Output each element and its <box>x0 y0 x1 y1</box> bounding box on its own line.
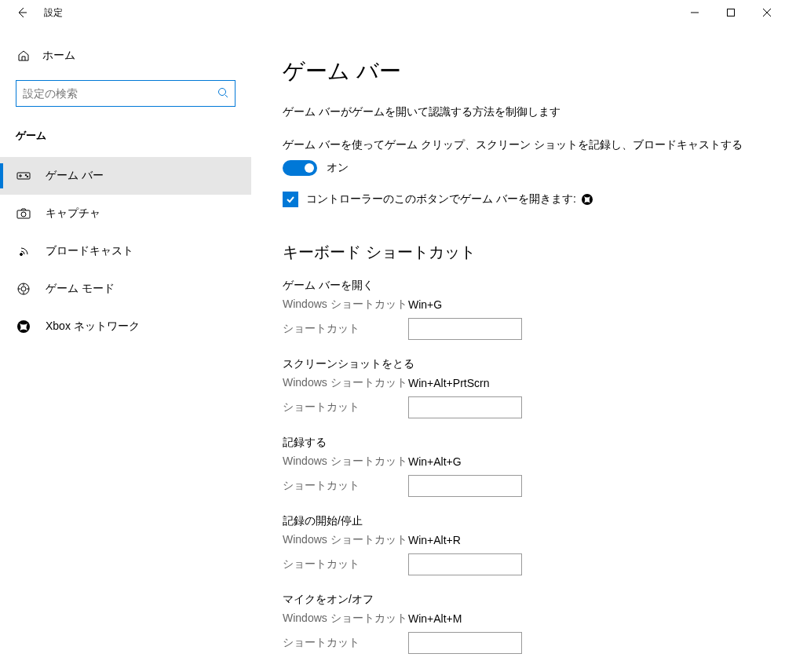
win-shortcut-label: Windows ショートカット <box>283 612 408 626</box>
sidebar-home[interactable]: ホーム <box>0 41 251 71</box>
shortcut-record: 記録する Windows ショートカット Win+Alt+G ショートカット <box>283 436 754 497</box>
maximize-icon <box>727 9 735 16</box>
shortcut-title: マイクをオン/オフ <box>283 593 754 607</box>
sidebar-item-gamebar[interactable]: ゲーム バー <box>0 157 251 195</box>
user-shortcut-input[interactable] <box>408 553 522 575</box>
shortcut-record-toggle: 記録の開始/停止 Windows ショートカット Win+Alt+R ショートカ… <box>283 514 754 575</box>
content-area: ゲーム バー ゲーム バーがゲームを開いて認識する方法を制御します ゲーム バー… <box>251 25 785 672</box>
shortcut-title: 記録の開始/停止 <box>283 514 754 528</box>
page-description: ゲーム バーがゲームを開いて認識する方法を制御します <box>283 105 754 119</box>
svg-point-7 <box>20 254 23 256</box>
controller-checkbox-label: コントローラーのこのボタンでゲーム バーを開きます: <box>306 192 576 206</box>
shortcut-mic-toggle: マイクをオン/オフ Windows ショートカット Win+Alt+M ショート… <box>283 593 754 654</box>
toggle-description: ゲーム バーを使ってゲーム クリップ、スクリーン ショットを記録し、ブロードキャ… <box>283 138 754 152</box>
titlebar: 設定 <box>0 0 785 25</box>
shortcut-title: スクリーンショットをとる <box>283 357 754 371</box>
user-shortcut-input[interactable] <box>408 632 522 654</box>
maximize-button[interactable] <box>713 0 749 25</box>
arrow-left-icon <box>16 6 28 19</box>
win-shortcut-label: Windows ショートカット <box>283 533 408 547</box>
user-shortcut-label: ショートカット <box>283 557 408 572</box>
sidebar-item-label: キャプチャ <box>46 206 100 221</box>
home-icon <box>16 49 31 62</box>
sidebar-item-xbox[interactable]: Xbox ネットワーク <box>0 308 251 345</box>
svg-point-6 <box>21 212 26 217</box>
gamemode-icon <box>16 282 31 296</box>
win-shortcut-label: Windows ショートカット <box>283 376 408 390</box>
sidebar-item-capture[interactable]: キャプチャ <box>0 195 251 232</box>
minimize-icon <box>691 9 699 16</box>
shortcuts-heading: キーボード ショートカット <box>283 242 754 263</box>
close-icon <box>763 9 771 16</box>
minimize-button[interactable] <box>677 0 713 25</box>
user-shortcut-label: ショートカット <box>283 636 408 650</box>
shortcut-screenshot: スクリーンショットをとる Windows ショートカット Win+Alt+Prt… <box>283 357 754 418</box>
check-icon <box>285 194 296 205</box>
sidebar-item-label: ゲーム モード <box>46 282 115 296</box>
gamebar-icon <box>16 170 31 181</box>
user-shortcut-input[interactable] <box>408 475 522 497</box>
sidebar: ホーム ゲーム ゲーム バー キャプチャ ブロードキャスト <box>0 25 251 672</box>
user-shortcut-input[interactable] <box>408 396 522 418</box>
window-controls <box>677 0 785 25</box>
win-shortcut-label: Windows ショートカット <box>283 298 408 312</box>
controller-checkbox-row: コントローラーのこのボタンでゲーム バーを開きます: <box>283 192 754 207</box>
win-shortcut-value: Win+Alt+PrtScrn <box>408 377 489 389</box>
win-shortcut-value: Win+G <box>408 298 442 311</box>
win-shortcut-label: Windows ショートカット <box>283 455 408 469</box>
svg-point-9 <box>21 287 26 291</box>
user-shortcut-label: ショートカット <box>283 400 408 415</box>
user-shortcut-label: ショートカット <box>283 322 408 336</box>
svg-point-4 <box>27 176 28 177</box>
close-button[interactable] <box>749 0 785 25</box>
sidebar-item-label: ゲーム バー <box>46 169 104 183</box>
toggle-state-label: オン <box>327 161 349 175</box>
toggle-knob <box>305 163 314 173</box>
broadcast-icon <box>16 245 31 257</box>
sidebar-item-label: ブロードキャスト <box>46 244 133 258</box>
search-box[interactable] <box>16 80 236 107</box>
svg-rect-0 <box>728 9 735 16</box>
shortcut-title: 記録する <box>283 436 754 450</box>
sidebar-item-label: Xbox ネットワーク <box>46 320 140 334</box>
xbox-icon <box>16 320 31 334</box>
user-shortcut-input[interactable] <box>408 318 522 340</box>
shortcut-title: ゲーム バーを開く <box>283 279 754 293</box>
toggle-row: オン <box>283 160 754 176</box>
sidebar-category: ゲーム <box>0 121 251 157</box>
gamebar-toggle[interactable] <box>283 160 317 176</box>
back-button[interactable] <box>6 0 38 25</box>
capture-icon <box>16 208 31 219</box>
win-shortcut-value: Win+Alt+G <box>408 455 462 468</box>
sidebar-home-label: ホーム <box>42 49 75 63</box>
search-icon <box>217 87 228 100</box>
sidebar-item-broadcast[interactable]: ブロードキャスト <box>0 232 251 270</box>
sidebar-item-gamemode[interactable]: ゲーム モード <box>0 270 251 308</box>
win-shortcut-value: Win+Alt+R <box>408 534 461 546</box>
shortcut-open-gamebar: ゲーム バーを開く Windows ショートカット Win+G ショートカット <box>283 279 754 340</box>
controller-checkbox[interactable] <box>283 192 298 207</box>
window-title: 設定 <box>44 6 63 20</box>
win-shortcut-value: Win+Alt+M <box>408 612 462 625</box>
search-input[interactable] <box>23 87 217 100</box>
svg-point-1 <box>219 88 226 95</box>
xbox-button-icon <box>581 193 593 206</box>
page-title: ゲーム バー <box>283 57 754 86</box>
svg-point-3 <box>25 174 27 176</box>
user-shortcut-label: ショートカット <box>283 479 408 493</box>
